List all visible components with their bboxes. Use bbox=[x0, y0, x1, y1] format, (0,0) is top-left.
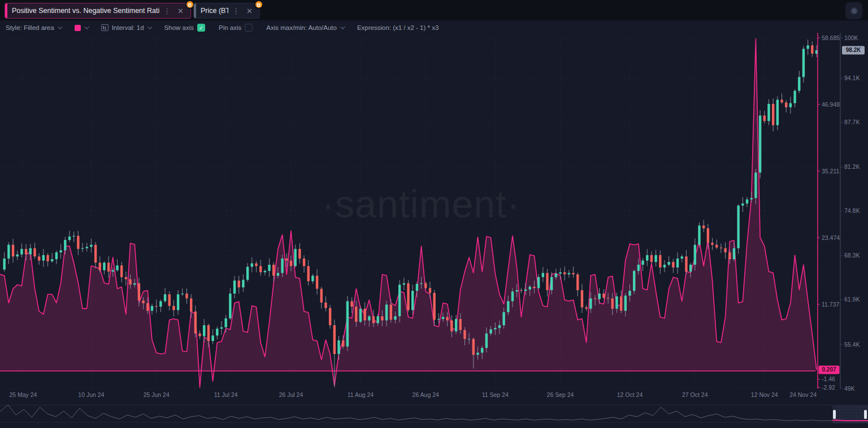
svg-text:0.207: 0.207 bbox=[822, 366, 836, 373]
show-axis-toggle[interactable]: Show axis ✓ bbox=[164, 24, 205, 32]
svg-text:46.948: 46.948 bbox=[822, 101, 840, 108]
tab-sentiment-ratio[interactable]: Positive Sentiment vs. Negative Sentimen… bbox=[5, 3, 191, 19]
chart-workspace: ·santiment· 25 May 2410 Jun 2425 Jun 241… bbox=[0, 0, 868, 428]
series-color-picker[interactable] bbox=[75, 25, 88, 31]
sentiment-area-series bbox=[0, 39, 817, 387]
minimap-scrubber[interactable] bbox=[0, 405, 868, 423]
chart-toolbar: Style: Filled area Interval: 1d Show axi… bbox=[0, 20, 868, 35]
svg-text:12 Oct 24: 12 Oct 24 bbox=[617, 391, 643, 398]
tab-close-icon[interactable]: ✕ bbox=[244, 7, 254, 15]
price-axis: 100K94.1K87.7K81.2K74.8K68.3K61.9K55.4K4… bbox=[840, 33, 865, 392]
svg-text:74.8K: 74.8K bbox=[844, 207, 860, 214]
chevron-down-icon bbox=[340, 24, 345, 29]
svg-text:26 Sep 24: 26 Sep 24 bbox=[547, 391, 574, 398]
circle-icon bbox=[850, 7, 858, 15]
svg-text:11 Sep 24: 11 Sep 24 bbox=[482, 391, 509, 398]
svg-text:23.474: 23.474 bbox=[822, 234, 840, 241]
svg-text:61.9K: 61.9K bbox=[844, 296, 860, 303]
pin-axis-toggle[interactable]: Pin axis bbox=[219, 24, 253, 32]
style-dropdown[interactable]: Style: Filled area bbox=[6, 24, 61, 31]
svg-text:25 Jun 24: 25 Jun 24 bbox=[144, 391, 170, 398]
expression-setting[interactable]: Expression: (x1 / x2 - 1) * x3 bbox=[357, 24, 439, 31]
chevron-down-icon bbox=[147, 24, 152, 29]
svg-text:58.685: 58.685 bbox=[822, 34, 840, 41]
svg-text:-1.46: -1.46 bbox=[822, 375, 835, 382]
bitcoin-badge-icon: B bbox=[254, 0, 263, 9]
style-label: Style: Filled area bbox=[6, 24, 54, 31]
interval-icon bbox=[101, 24, 108, 31]
svg-text:25 May 24: 25 May 24 bbox=[9, 391, 37, 398]
svg-text:100K: 100K bbox=[844, 34, 858, 41]
tab-label: Positive Sentiment vs. Negative Sentimen… bbox=[12, 7, 159, 15]
svg-text:98.2K: 98.2K bbox=[846, 47, 861, 53]
svg-text:26 Jul 24: 26 Jul 24 bbox=[279, 391, 303, 398]
svg-text:94.1K: 94.1K bbox=[844, 75, 860, 81]
svg-text:68.3K: 68.3K bbox=[844, 252, 860, 259]
chart-canvas[interactable]: 25 May 2410 Jun 2425 Jun 2411 Jul 2426 J… bbox=[0, 0, 868, 428]
tab-menu-icon[interactable]: ⋮ bbox=[228, 7, 244, 15]
tab-label: Price (BTC) bbox=[201, 7, 228, 15]
svg-text:27 Oct 24: 27 Oct 24 bbox=[682, 391, 708, 398]
tab-close-icon[interactable]: ✕ bbox=[175, 7, 185, 15]
minimap-handle-left[interactable] bbox=[833, 410, 836, 419]
minimap-handle-right[interactable] bbox=[864, 410, 867, 419]
tab-accent-bar bbox=[5, 3, 7, 18]
tab-bar: Positive Sentiment vs. Negative Sentimen… bbox=[0, 0, 868, 20]
sentiment-axis: 58.68546.94835.21123.47411.737-1.46-2.92… bbox=[818, 33, 840, 391]
svg-text:11.737: 11.737 bbox=[822, 301, 839, 308]
tab-accent-bar bbox=[194, 3, 196, 18]
axis-maxmin-dropdown[interactable]: Axis max/min: Auto/Auto bbox=[266, 24, 344, 31]
color-swatch bbox=[75, 25, 81, 31]
svg-text:81.2K: 81.2K bbox=[844, 163, 860, 170]
pin-axis-label: Pin axis bbox=[219, 24, 241, 31]
svg-text:11 Aug 24: 11 Aug 24 bbox=[348, 391, 374, 398]
svg-text:87.7K: 87.7K bbox=[844, 119, 860, 125]
tab-price[interactable]: Price (BTC) ⋮ ✕ B bbox=[193, 3, 260, 19]
expression-label: Expression: (x1 / x2 - 1) * x3 bbox=[357, 24, 439, 31]
svg-text:10 Jun 24: 10 Jun 24 bbox=[78, 391, 104, 398]
x-axis-labels: 25 May 2410 Jun 2425 Jun 2411 Jul 2426 J… bbox=[9, 391, 817, 398]
show-axis-label: Show axis bbox=[164, 24, 194, 31]
svg-text:12 Nov 24: 12 Nov 24 bbox=[751, 391, 778, 398]
svg-text:26 Aug 24: 26 Aug 24 bbox=[413, 391, 439, 398]
svg-text:35.211: 35.211 bbox=[822, 168, 839, 174]
chevron-down-icon bbox=[58, 24, 62, 29]
svg-text:-2.92: -2.92 bbox=[822, 384, 835, 391]
watermark-settings-button[interactable] bbox=[845, 2, 862, 19]
svg-text:24 Nov 24: 24 Nov 24 bbox=[789, 391, 817, 398]
svg-text:49K: 49K bbox=[844, 385, 855, 392]
svg-text:11 Jul 24: 11 Jul 24 bbox=[214, 391, 238, 398]
interval-label: Interval: 1d bbox=[112, 24, 144, 31]
show-axis-checkbox[interactable]: ✓ bbox=[197, 24, 205, 32]
axis-maxmin-label: Axis max/min: Auto/Auto bbox=[266, 24, 337, 31]
interval-dropdown[interactable]: Interval: 1d bbox=[101, 24, 151, 31]
svg-text:55.4K: 55.4K bbox=[844, 341, 860, 348]
tab-menu-icon[interactable]: ⋮ bbox=[159, 7, 175, 15]
chevron-down-icon bbox=[84, 24, 89, 29]
pin-axis-checkbox[interactable] bbox=[245, 24, 253, 32]
